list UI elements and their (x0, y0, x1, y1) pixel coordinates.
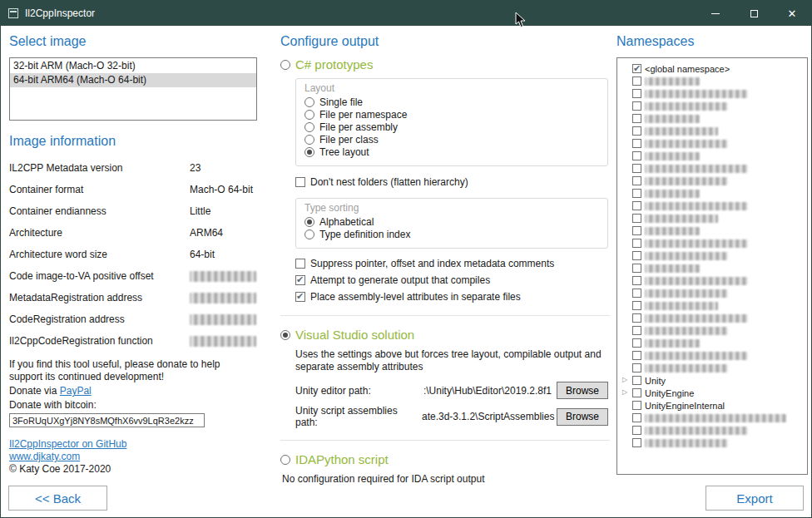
layout-option[interactable]: File per namespace (304, 109, 599, 121)
namespace-checkbox[interactable] (632, 388, 641, 397)
namespace-checkbox[interactable] (632, 413, 641, 422)
namespace-checkbox[interactable] (632, 151, 641, 160)
namespace-checkbox[interactable] (632, 101, 641, 111)
namespace-item[interactable]: ▷ (621, 424, 805, 437)
namespace-item[interactable]: ▷ Unity (621, 374, 805, 387)
expander-icon[interactable]: ▷ (622, 377, 627, 383)
namespace-item[interactable]: ▷ (621, 75, 805, 87)
idapython-script-option[interactable]: IDAPython script (280, 452, 610, 466)
namespace-checkbox[interactable] (632, 326, 641, 335)
namespace-checkbox[interactable] (632, 139, 641, 148)
layout-option[interactable]: File per assembly (304, 121, 599, 133)
output-checkbox-row[interactable]: Suppress pointer, offset and index metad… (295, 257, 610, 270)
layout-option[interactable]: File per class (304, 134, 599, 146)
namespace-checkbox[interactable] (632, 251, 641, 260)
image-list-item[interactable]: 32-bit ARM (Mach-O 32-bit) (10, 59, 256, 73)
namespace-checkbox[interactable] (632, 301, 641, 310)
namespace-checkbox[interactable] (632, 214, 641, 223)
namespace-item[interactable]: ▷ (621, 349, 805, 362)
window-title: Il2CppInspector (25, 7, 95, 19)
namespace-item[interactable]: ▷ (621, 412, 805, 424)
expander-icon[interactable]: ▷ (622, 389, 627, 396)
namespace-item[interactable]: ▷ (621, 100, 805, 112)
visual-studio-solution-option[interactable]: Visual Studio solution (280, 328, 610, 342)
namespace-item[interactable]: ▷ (621, 312, 805, 324)
namespace-label: UnityEngine (645, 388, 694, 398)
namespace-checkbox[interactable] (632, 189, 641, 198)
namespace-label (645, 314, 748, 323)
unity-editor-path-value[interactable]: :\Unity\Hub\Editor\2019.2.8f1 (422, 385, 557, 397)
namespace-checkbox[interactable] (632, 276, 641, 285)
namespace-item[interactable]: ▷ (621, 212, 805, 224)
layout-option[interactable]: Tree layout (304, 146, 599, 158)
output-checkbox-row[interactable]: Attempt to generate output that compiles (295, 274, 610, 287)
namespace-checkbox[interactable] (632, 239, 641, 248)
namespace-item[interactable]: ▷ UnityEngine (621, 387, 805, 399)
namespace-checkbox[interactable] (632, 226, 641, 235)
namespace-item[interactable]: ▷ (621, 137, 805, 150)
namespace-item[interactable]: ▷ (621, 299, 805, 312)
maximize-button[interactable] (735, 1, 773, 26)
website-link[interactable]: www.djkaty.com (9, 451, 257, 462)
namespace-checkbox[interactable] (632, 426, 641, 435)
bitcoin-address-input[interactable] (9, 413, 205, 427)
output-checkbox-row[interactable]: Place assembly-level attributes in separ… (295, 290, 610, 303)
namespace-item[interactable]: ▷ (621, 224, 805, 237)
namespace-checkbox[interactable] (632, 264, 641, 273)
namespace-checkbox[interactable] (632, 363, 641, 372)
namespace-checkbox[interactable] (632, 438, 641, 447)
namespace-checkbox[interactable] (632, 89, 641, 98)
namespace-checkbox[interactable] (632, 176, 641, 185)
namespace-item[interactable]: ▷ (621, 87, 805, 100)
close-button[interactable]: ✕ (773, 1, 811, 26)
namespace-item[interactable]: ▷ (621, 262, 805, 274)
csharp-prototypes-option[interactable]: C# prototypes (280, 57, 610, 72)
github-link[interactable]: Il2CppInspector on GitHub (9, 438, 257, 450)
namespace-checkbox[interactable] (632, 376, 641, 385)
type-sorting-option[interactable]: Alphabetical (304, 216, 599, 228)
namespace-checkbox[interactable] (632, 164, 641, 173)
namespace-item[interactable]: ▷ <global namespace> (621, 62, 805, 75)
namespace-checkbox[interactable] (632, 289, 641, 298)
image-list-item[interactable]: 64-bit ARM64 (Mach-O 64-bit) (10, 73, 256, 87)
namespace-checkbox[interactable] (632, 126, 641, 136)
namespace-item[interactable]: ▷ (621, 324, 805, 337)
namespace-item[interactable]: ▷ UnityEngineInternal (621, 399, 805, 412)
namespace-item[interactable]: ▷ (621, 162, 805, 175)
namespace-checkbox[interactable] (632, 201, 641, 210)
namespace-item[interactable]: ▷ (621, 337, 805, 349)
namespace-item[interactable]: ▷ (621, 187, 805, 200)
info-label: IL2CPP Metadata version (9, 162, 190, 174)
namespace-checkbox[interactable] (632, 338, 641, 348)
namespace-item[interactable]: ▷ (621, 287, 805, 299)
namespace-checkbox[interactable] (632, 351, 641, 360)
namespace-checkbox[interactable] (632, 114, 641, 123)
namespace-item[interactable]: ▷ (621, 200, 805, 212)
image-listbox[interactable]: 32-bit ARM (Mach-O 32-bit) 64-bit ARM64 … (9, 57, 257, 121)
browse-script-assemblies-button[interactable]: Browse (557, 408, 608, 426)
namespace-checkbox[interactable] (632, 76, 641, 86)
namespace-item[interactable]: ▷ (621, 112, 805, 125)
type-sorting-option[interactable]: Type definition index (304, 229, 599, 240)
layout-option[interactable]: Single file (304, 96, 599, 108)
export-button[interactable]: Export (706, 486, 804, 511)
namespace-item[interactable]: ▷ (621, 150, 805, 162)
browse-unity-editor-button[interactable]: Browse (557, 382, 608, 399)
namespace-checkbox[interactable] (632, 401, 641, 410)
namespace-checkbox[interactable] (632, 313, 641, 323)
unity-script-assemblies-value[interactable]: ate.3d-3.1.2\ScriptAssemblies (422, 411, 557, 422)
namespace-item[interactable]: ▷ (621, 237, 805, 249)
namespace-item[interactable]: ▷ (621, 249, 805, 262)
namespace-item[interactable]: ▷ (621, 362, 805, 374)
namespace-item[interactable]: ▷ (621, 437, 805, 449)
namespace-label (645, 227, 700, 235)
namespace-item[interactable]: ▷ (621, 175, 805, 187)
namespace-checkbox[interactable] (632, 64, 641, 73)
back-button[interactable]: << Back (8, 486, 107, 511)
minimize-button[interactable] (696, 1, 735, 26)
namespace-item[interactable]: ▷ (621, 274, 805, 287)
flatten-hierarchy-checkbox[interactable]: Don't nest folders (flatten hierarchy) (295, 176, 610, 188)
namespace-item[interactable]: ▷ (621, 125, 805, 137)
namespaces-list[interactable]: ▷ <global namespace> ▷ ▷ ▷ (616, 57, 808, 475)
paypal-link[interactable]: PayPal (60, 385, 92, 397)
